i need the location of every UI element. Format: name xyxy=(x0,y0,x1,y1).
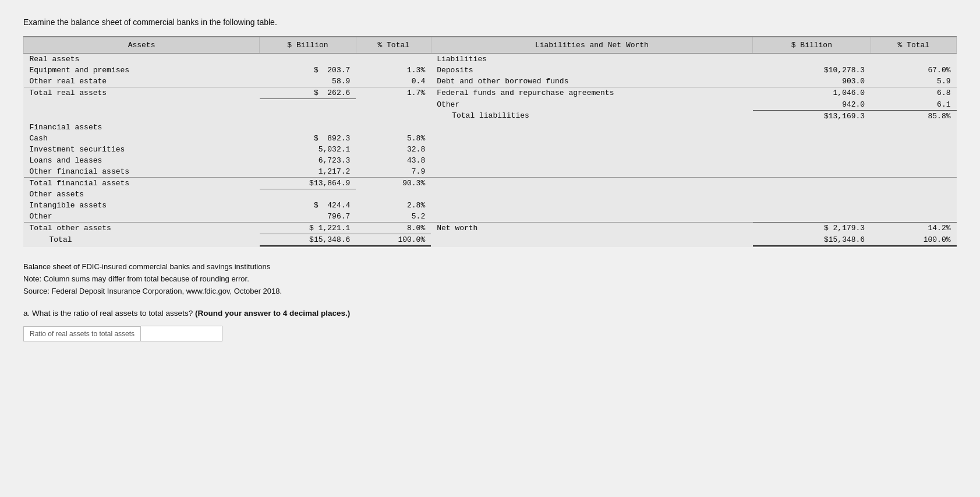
grand-total-label: Total xyxy=(24,234,260,246)
header-liab-billion: $ Billion xyxy=(753,37,871,54)
total-other-assets-value: $ 1,221.1 xyxy=(260,223,356,234)
asset-intangible: Intangible assets xyxy=(24,200,260,211)
asset-other-pct: 5.2 xyxy=(356,211,431,223)
notes-section: Balance sheet of FDIC-insured commercial… xyxy=(23,261,957,297)
answer-a-row: Ratio of real assets to total assets xyxy=(23,326,957,341)
other-assets-header: Other assets xyxy=(24,189,260,200)
answer-a-label: Ratio of real assets to total assets xyxy=(23,326,141,341)
asset-loans-value: 6,723.3 xyxy=(260,155,356,166)
liab-debt-value: 903.0 xyxy=(753,76,871,87)
grand-total-liab-value: $15,348.6 xyxy=(753,234,871,246)
total-financial-assets-value: $13,864.9 xyxy=(260,177,356,189)
balance-sheet-table: Assets $ Billion % Total Liabilities and… xyxy=(23,36,957,247)
liab-debt-pct: 5.9 xyxy=(871,76,956,87)
liab-deposits-value: $10,278.3 xyxy=(753,65,871,76)
liab-deposits: Deposits xyxy=(431,65,752,76)
liab-other: Other xyxy=(431,99,752,111)
total-liabilities: Total liabilities xyxy=(431,110,752,122)
intro-text: Examine the balance sheet of commercial … xyxy=(23,17,957,27)
total-other-assets-pct: 8.0% xyxy=(356,223,431,234)
financial-assets-header: Financial assets xyxy=(24,122,260,133)
asset-other: Other xyxy=(24,211,260,223)
asset-other-financial-pct: 7.9 xyxy=(356,166,431,178)
liab-federal-pct: 6.8 xyxy=(871,87,956,99)
asset-investment-pct: 32.8 xyxy=(356,144,431,155)
asset-other-financial-value: 1,217.2 xyxy=(260,166,356,178)
liab-federal-value: 1,046.0 xyxy=(753,87,871,99)
asset-investment: Investment securities xyxy=(24,144,260,155)
header-liab-pct: % Total xyxy=(871,37,956,54)
liab-federal: Federal funds and repurchase agreements xyxy=(431,87,752,99)
liabilities-header: Liabilities xyxy=(431,54,752,65)
total-financial-assets-pct: 90.3% xyxy=(356,177,431,189)
header-pct-total: % Total xyxy=(356,37,431,54)
total-other-assets: Total other assets xyxy=(24,223,260,234)
net-worth-label: Net worth xyxy=(431,223,752,234)
grand-total-pct: 100.0% xyxy=(356,234,431,246)
header-assets: Assets xyxy=(24,37,260,54)
net-worth-pct: 14.2% xyxy=(871,223,956,234)
grand-total-value: $15,348.6 xyxy=(260,234,356,246)
note-2: Note: Column sums may differ from total … xyxy=(23,273,957,285)
total-liabilities-pct: 85.8% xyxy=(871,110,956,122)
asset-other-value: 796.7 xyxy=(260,211,356,223)
question-a-bold: (Round your answer to 4 decimal places.) xyxy=(195,309,350,318)
liab-other-pct: 6.1 xyxy=(871,99,956,111)
total-real-assets: Total real assets xyxy=(24,87,260,99)
total-liabilities-value: $13,169.3 xyxy=(753,110,871,122)
net-worth-value: $ 2,179.3 xyxy=(753,223,871,234)
liab-debt: Debt and other borrowed funds xyxy=(431,76,752,87)
header-billion: $ Billion xyxy=(260,37,356,54)
note-1: Balance sheet of FDIC-insured commercial… xyxy=(23,261,957,273)
asset-equipment-dollar: $ 203.7 xyxy=(260,65,356,76)
grand-total-liab-pct: 100.0% xyxy=(871,234,956,246)
asset-intangible-value: $ 424.4 xyxy=(260,200,356,211)
header-liab-net: Liabilities and Net Worth xyxy=(431,37,752,54)
asset-loans: Loans and leases xyxy=(24,155,260,166)
total-financial-assets: Total financial assets xyxy=(24,177,260,189)
liab-other-value: 942.0 xyxy=(753,99,871,111)
question-a-text: a. What is the ratio of real assets to t… xyxy=(23,309,193,318)
question-a: a. What is the ratio of real assets to t… xyxy=(23,309,957,318)
asset-loans-pct: 43.8 xyxy=(356,155,431,166)
total-real-assets-pct: 1.7% xyxy=(356,87,431,99)
asset-other-real: Other real estate xyxy=(24,76,260,87)
real-assets-header: Real assets xyxy=(24,54,260,65)
asset-cash: Cash xyxy=(24,133,260,144)
asset-equipment: Equipment and premises xyxy=(24,65,260,76)
asset-equipment-pct: 1.3% xyxy=(356,65,431,76)
answer-a-input[interactable] xyxy=(141,326,222,341)
asset-other-real-pct: 0.4 xyxy=(356,76,431,87)
asset-intangible-pct: 2.8% xyxy=(356,200,431,211)
asset-other-financial: Other financial assets xyxy=(24,166,260,178)
total-real-assets-value: $ 262.6 xyxy=(260,87,356,99)
asset-other-real-value: 58.9 xyxy=(260,76,356,87)
asset-cash-pct: 5.8% xyxy=(356,133,431,144)
note-3: Source: Federal Deposit Insurance Corpor… xyxy=(23,285,957,298)
asset-investment-value: 5,032.1 xyxy=(260,144,356,155)
liab-deposits-pct: 67.0% xyxy=(871,65,956,76)
asset-cash-value: $ 892.3 xyxy=(260,133,356,144)
